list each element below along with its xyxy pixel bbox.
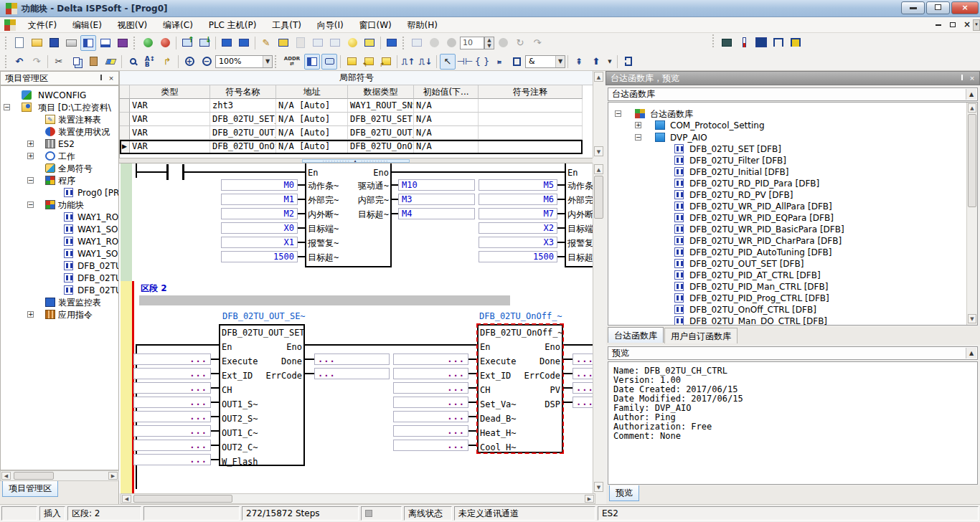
operand-box[interactable]: M4 [398, 208, 475, 219]
row-marker[interactable] [120, 99, 130, 113]
cell-datatype[interactable]: DFB_02TU_SET [348, 113, 414, 126]
operand-box[interactable]: ... [133, 425, 211, 437]
tab-project-manager[interactable]: 项目管理区 [2, 481, 58, 497]
scroll-up-icon[interactable]: ▲ [594, 164, 603, 174]
operand-box[interactable]: ... [573, 353, 593, 365]
insert-network-dropdown-icon[interactable]: ▼ [606, 54, 614, 70]
cell-address[interactable]: N/A [Auto] [276, 113, 348, 126]
menu-file[interactable]: 文件(F) [22, 17, 63, 33]
collapse-arrow-icon[interactable]: ▲ [966, 89, 976, 100]
cell-datatype[interactable]: WAY1_ROUT_SNS1 [348, 99, 414, 113]
compare-block-icon[interactable]: ⫢ [491, 54, 507, 70]
cell-comment[interactable] [479, 99, 583, 113]
simulate-count-input[interactable]: 10 [460, 37, 484, 49]
function-block-instance[interactable]: DFB_02TU_OUT_SET En Eno Execute Ext_ID C… [219, 324, 305, 466]
operand-box[interactable]: ... [133, 411, 211, 422]
operand-box[interactable]: M10 [398, 179, 475, 191]
search-icon[interactable] [125, 54, 141, 70]
zoom-level-select[interactable]: 100%▼ [215, 55, 273, 68]
child-minimize-icon[interactable] [933, 19, 944, 31]
col-header-type[interactable]: 类型 [130, 85, 210, 99]
edit-pen-icon[interactable]: ✎ [258, 35, 274, 51]
operand-box[interactable]: ... [133, 382, 211, 394]
cell-initial[interactable]: N/A [414, 140, 479, 153]
toolbar-grip[interactable] [5, 37, 9, 49]
output-window-toggle-icon[interactable] [98, 35, 113, 51]
scroll-up-icon[interactable]: ▲ [594, 72, 603, 82]
splitter-collapse-icon[interactable]: ·········· ▲ ·········· [302, 159, 410, 163]
toolbar-grip[interactable] [402, 37, 406, 49]
toolbar-grip[interactable] [5, 55, 9, 68]
undo-icon[interactable]: ↶ [11, 54, 27, 70]
operand-box[interactable]: 1500 [221, 251, 298, 262]
insert-network-icon[interactable]: ⬆ [588, 54, 604, 70]
ladder-editor[interactable]: En Eno 动作条~ 外部完~ 内外断~ 目标端~ 报警复~ 目标超~ 驱动通… [119, 163, 593, 493]
row-marker[interactable] [120, 126, 130, 140]
thermometer-icon[interactable] [736, 34, 752, 50]
scroll-left-icon[interactable]: ◀ [1, 472, 11, 480]
operand-box[interactable]: X0 [221, 222, 298, 234]
operand-box[interactable]: ... [393, 353, 468, 365]
scroll-left-icon[interactable]: ◀ [122, 495, 131, 503]
collapse-icon[interactable]: − [635, 134, 641, 141]
library-group-header[interactable]: 台达函数库 ▲ [608, 87, 978, 101]
network-above-icon[interactable]: ⎍↑ [400, 54, 416, 70]
fb-instance-name[interactable]: DFB_02TU_OnOff_~ [479, 311, 562, 321]
snapshot-icon[interactable] [362, 35, 377, 51]
bookmark-icon[interactable] [344, 54, 359, 70]
selection-cursor-icon[interactable]: ↖ [440, 54, 456, 70]
edit-online-icon[interactable] [275, 35, 291, 51]
collapse-icon[interactable]: − [4, 104, 10, 110]
menu-edit[interactable]: 编辑(E) [66, 17, 108, 33]
menu-help[interactable]: 帮助(H) [401, 17, 444, 33]
new-file-icon[interactable] [11, 35, 27, 51]
operand-box[interactable]: M2 [221, 208, 298, 219]
operand-box[interactable]: ... [393, 382, 468, 394]
ladder-hscrollbar[interactable]: ◀ ▶ [121, 493, 595, 504]
function-block-instance[interactable]: En Eno 动作条~ 外部完~ 内外断~ 目标端~ 报警复~ 目标超~ 驱动通… [305, 163, 392, 267]
scroll-thumb[interactable] [133, 495, 232, 503]
col-header-datatype[interactable]: 数据类型 [348, 85, 414, 99]
download-plc-icon[interactable]: ↓ [197, 35, 212, 51]
wizard-monitor-icon[interactable] [753, 34, 769, 50]
tab-user-library[interactable]: 用户自订函数库 [664, 328, 738, 343]
cell-datatype[interactable]: DFB_02TU_OUT_S [348, 126, 414, 140]
operand-box[interactable]: ... [573, 368, 593, 379]
ladder-vscrollbar[interactable]: ▲ ▼ [593, 163, 604, 493]
operand-box[interactable]: 1500 [479, 251, 557, 262]
goto-icon[interactable]: ↱ [159, 54, 175, 70]
operand-box[interactable]: ... [393, 440, 468, 451]
table-ladder-splitter[interactable]: ·········· ▲ ·········· [119, 158, 593, 163]
save-icon[interactable] [46, 35, 62, 51]
insert-row-icon[interactable]: ⇞ [571, 54, 587, 70]
minimize-button[interactable] [901, 1, 925, 14]
menu-window[interactable]: 窗口(W) [353, 17, 398, 33]
project-tree-hscrollbar[interactable]: ◀ ▶ [0, 470, 119, 481]
operand-box[interactable]: M7 [479, 208, 557, 219]
module-config2-icon[interactable] [788, 34, 804, 50]
scroll-right-icon[interactable]: ▶ [585, 495, 594, 503]
bookmark-next-icon[interactable]: ↱ [378, 54, 394, 70]
operand-box[interactable]: M1 [221, 194, 298, 205]
collapse-arrow-icon[interactable]: ▲ [966, 348, 976, 359]
cell-initial[interactable]: N/A [414, 113, 479, 126]
stop-icon[interactable] [157, 35, 173, 51]
operand-box[interactable]: ... [573, 397, 593, 408]
scroll-right-icon[interactable]: ▶ [108, 472, 118, 480]
toolbar-overflow-icon[interactable]: ▾ [973, 19, 980, 31]
operand-box[interactable]: ... [133, 454, 211, 465]
operand-box[interactable]: ... [393, 397, 468, 408]
close-button[interactable]: × [951, 1, 979, 14]
operand-box[interactable]: M5 [479, 179, 557, 191]
expand-icon[interactable]: + [27, 311, 34, 318]
cell-name[interactable]: DFB_02TU_OUT_SE [210, 126, 276, 140]
help-book-icon[interactable] [115, 35, 131, 51]
operand-box[interactable]: X3 [479, 237, 557, 248]
pin-icon[interactable] [97, 75, 105, 83]
operand-box[interactable]: ... [314, 353, 390, 365]
restore-button[interactable] [926, 1, 950, 14]
comment-toggle-icon[interactable] [321, 54, 337, 70]
col-header-name[interactable]: 符号名称 [210, 85, 276, 99]
collapse-icon[interactable]: − [27, 177, 34, 184]
cell-comment[interactable] [479, 140, 583, 153]
